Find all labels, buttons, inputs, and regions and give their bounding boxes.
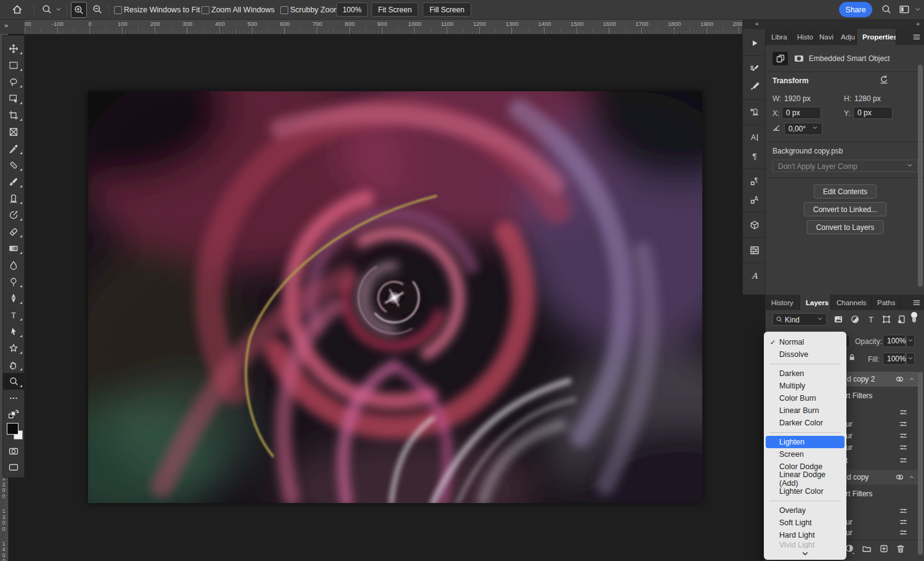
blend-mode-item-soft-light[interactable]: Soft Light	[766, 517, 845, 529]
collapse-chevron-icon[interactable]	[908, 473, 915, 481]
expand-panels-icon[interactable]: »	[916, 20, 920, 27]
filter-blending-options-icon[interactable]	[899, 456, 908, 465]
tab-adju[interactable]: Adju	[835, 29, 857, 45]
lasso-tool[interactable]	[3, 73, 24, 90]
smart-filter-badge-icon[interactable]	[895, 375, 904, 383]
opacity-chevron-button[interactable]	[906, 335, 915, 347]
character-styles-panel-icon[interactable]: A	[743, 190, 766, 209]
pattern-preview-panel-icon[interactable]	[743, 241, 766, 260]
glyphs-panel-icon[interactable]: A	[743, 266, 766, 285]
x-field[interactable]: 0 px	[782, 107, 821, 119]
checkbox-zoom-all-windows[interactable]	[201, 6, 209, 14]
tab-history[interactable]: History	[766, 295, 800, 310]
tab-layers[interactable]: Layers	[800, 295, 831, 310]
dodge-tool[interactable]	[3, 273, 24, 290]
tool-preset-chevron-icon[interactable]	[54, 2, 63, 17]
paragraph-styles-panel-icon[interactable]: ¶	[743, 172, 766, 190]
filter-blending-options-icon[interactable]	[899, 507, 908, 515]
path-selection-tool[interactable]	[3, 323, 24, 340]
quick-mask-icon[interactable]	[8, 446, 19, 456]
opacity-field[interactable]: 100%	[883, 335, 906, 347]
new-group-button[interactable]	[862, 544, 872, 554]
object-selection-tool[interactable]	[3, 90, 24, 107]
hand-tool[interactable]	[3, 356, 24, 373]
blend-mode-item-darker-color[interactable]: Darker Color	[766, 417, 845, 429]
filter-blending-options-icon[interactable]	[899, 528, 908, 537]
toolbar-expand-icon[interactable]: »	[4, 22, 8, 29]
panel-menu-icon[interactable]	[909, 29, 924, 45]
blend-mode-item-multiply[interactable]: Multiply	[766, 380, 845, 392]
filter-blending-options-icon[interactable]	[899, 408, 908, 417]
lock-icon[interactable]	[848, 353, 856, 362]
angle-chevron-icon[interactable]	[811, 124, 819, 131]
convert-to-layers-button[interactable]: Convert to Layers	[807, 220, 884, 234]
brushes-panel-icon[interactable]	[743, 78, 766, 96]
blend-mode-item-hard-light[interactable]: Hard Light	[766, 529, 845, 541]
checkbox-scrubby-zoom[interactable]	[280, 6, 288, 14]
blend-mode-item-normal[interactable]: ✓Normal	[766, 336, 845, 348]
screen-mode-icon[interactable]	[8, 462, 19, 472]
smart-object-icon[interactable]	[772, 52, 788, 65]
layer-comp-select[interactable]: Don't Apply Layer Comp	[772, 160, 918, 172]
reset-transform-icon[interactable]	[879, 75, 889, 84]
brush-tool[interactable]	[3, 173, 24, 190]
zoom-tool-icon[interactable]	[39, 2, 55, 17]
smart-filter-badge-icon[interactable]	[895, 473, 904, 481]
tab-navi[interactable]: Navi	[814, 29, 835, 45]
zoom-tool[interactable]	[3, 373, 24, 390]
crop-tool[interactable]	[3, 107, 24, 123]
zoom-level-field[interactable]: 100%	[336, 2, 368, 17]
fit-screen-button[interactable]: Fit Screen	[371, 2, 418, 17]
blend-mode-item-color-burn[interactable]: Color Burn	[766, 392, 845, 404]
fill-field[interactable]: 100%	[883, 353, 906, 365]
pen-tool[interactable]	[3, 290, 24, 306]
delete-layer-button[interactable]	[896, 544, 906, 554]
properties-scrollbar[interactable]	[918, 65, 923, 287]
zoom-in-button[interactable]	[71, 2, 87, 18]
actions-panel-icon[interactable]	[743, 34, 766, 52]
blend-mode-item-screen[interactable]: Screen	[766, 448, 845, 461]
zoom-out-button[interactable]	[90, 2, 105, 17]
layers-scrollbar[interactable]	[918, 372, 923, 555]
new-layer-button[interactable]	[879, 544, 889, 554]
canvas-image[interactable]	[88, 91, 702, 503]
layer-filter-kind-select[interactable]: Kind	[772, 313, 827, 326]
tab-properties[interactable]: Properties	[857, 29, 896, 45]
filter-type-button[interactable]: T	[866, 314, 876, 324]
workspace-chevron-icon[interactable]	[913, 2, 923, 17]
foreground-color-swatch[interactable]	[7, 423, 18, 435]
filter-blending-options-icon[interactable]	[899, 518, 908, 526]
mask-icon[interactable]	[791, 52, 806, 65]
swap-colors-icon[interactable]	[8, 408, 19, 419]
convert-to-linked-button[interactable]: Convert to Linked...	[804, 202, 886, 216]
type-tool[interactable]: T	[3, 306, 24, 323]
blend-mode-item-darken[interactable]: Darken	[766, 367, 845, 380]
tab-histo[interactable]: Histo	[792, 29, 814, 45]
filter-blending-options-icon[interactable]	[899, 443, 908, 452]
y-field[interactable]: 0 px	[853, 107, 893, 119]
blend-mode-item-linear-burn[interactable]: Linear Burn	[766, 404, 845, 417]
rectangular-marquee-tool[interactable]	[3, 57, 24, 73]
tab-paths[interactable]: Paths	[872, 295, 900, 310]
collapse-chevron-icon[interactable]	[908, 375, 915, 383]
home-button[interactable]	[9, 2, 25, 17]
filter-adjustment-button[interactable]	[850, 314, 860, 324]
share-button[interactable]: Share	[839, 2, 872, 17]
fill-chevron-button[interactable]	[906, 353, 915, 365]
spot-healing-brush-tool[interactable]	[3, 157, 24, 173]
blend-mode-item-linear-dodge-add-[interactable]: Linear Dodge (Add)	[766, 473, 845, 485]
blend-mode-item-dissolve[interactable]: Dissolve	[766, 348, 845, 361]
eraser-tool[interactable]	[3, 223, 24, 240]
filter-image-button[interactable]	[833, 314, 843, 324]
clone-source-panel-icon[interactable]	[743, 103, 766, 121]
filter-blending-options-icon[interactable]	[899, 420, 908, 428]
panel-menu-icon[interactable]	[909, 295, 924, 310]
fill-screen-button[interactable]: Fill Screen	[423, 2, 471, 17]
clone-stamp-tool[interactable]	[3, 190, 24, 207]
search-icon[interactable]	[879, 2, 894, 17]
filter-blending-options-icon[interactable]	[899, 432, 908, 440]
eyedropper-tool[interactable]	[3, 140, 24, 157]
brush-settings-panel-icon[interactable]	[743, 59, 766, 78]
filter-shape-button[interactable]	[881, 314, 891, 324]
frame-tool[interactable]	[3, 123, 24, 140]
